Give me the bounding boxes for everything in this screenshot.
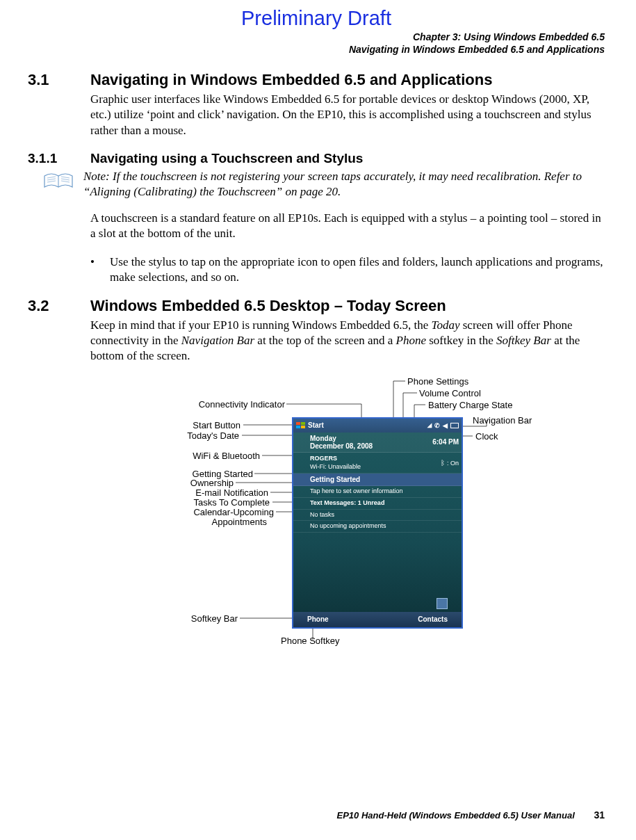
note-prefix: Note: <box>83 170 113 183</box>
device-clock: 6:04 PM <box>432 438 459 446</box>
device-day: Monday <box>310 435 336 442</box>
italic-softkey: Softkey Bar <box>496 334 551 347</box>
label-phone-softkey: Phone Softkey <box>281 636 340 646</box>
note-body: If the touchscreen is not registering yo… <box>83 170 582 198</box>
speaker-icon: ◀ <box>443 422 448 429</box>
section-title: Navigating using a Touchscreen and Stylu… <box>90 151 363 166</box>
preliminary-draft-header: Preliminary Draft <box>28 7 605 30</box>
device-date-row: Monday December 08, 2008 6:04 PM <box>293 433 462 453</box>
phone-icon: ✆ <box>434 422 440 429</box>
section-number: 3.2 <box>28 297 90 315</box>
device-softkey-bar: Phone Contacts <box>293 612 462 627</box>
page-number: 31 <box>594 809 605 821</box>
device-date: December 08, 2008 <box>310 442 373 450</box>
label-volume-control: Volume Control <box>419 388 481 398</box>
section-title: Navigating in Windows Embedded 6.5 and A… <box>90 71 492 89</box>
chapter-line-2: Navigating in Windows Embedded 6.5 and A… <box>349 44 605 55</box>
svg-rect-22 <box>301 422 305 425</box>
label-battery-state: Battery Charge State <box>428 400 512 410</box>
section-3-1-1-heading: 3.1.1 Navigating using a Touchscreen and… <box>28 151 605 166</box>
section-3-1-heading: 3.1 Navigating in Windows Embedded 6.5 a… <box>28 71 605 89</box>
softkey-phone: Phone <box>307 615 329 623</box>
signal-icon: ◢ <box>427 422 432 428</box>
label-calendar-1: Calendar-Upcoming <box>83 507 274 517</box>
section-number: 3.1 <box>28 71 90 89</box>
device-owner-info: Tap here to set owner information <box>293 486 462 498</box>
svg-rect-24 <box>301 426 305 428</box>
device-messages: Text Messages: 1 Unread <box>293 498 462 510</box>
label-navigation-bar: Navigation Bar <box>473 415 532 426</box>
italic-nav: Navigation Bar <box>181 334 254 347</box>
bullet-marker: • <box>90 255 110 286</box>
note-book-icon <box>43 170 74 200</box>
device-getting-started: Getting Started <box>293 474 462 486</box>
today-screen-figure: Connectivity Indicator Start Button Toda… <box>28 377 605 648</box>
label-start-button: Start Button <box>83 420 240 430</box>
device-rogers-row: ROGERSWi-Fi: Unavailable ᛒ : On <box>293 453 462 474</box>
body-d: softkey in the <box>426 334 496 347</box>
chapter-header: Chapter 3: Using Windows Embedded 6.5 Na… <box>28 31 605 56</box>
page-footer: EP10 Hand-Held (Windows Embedded 6.5) Us… <box>337 809 605 821</box>
floppy-icon <box>437 598 448 609</box>
svg-rect-21 <box>296 422 300 425</box>
device-start-text: Start <box>308 421 324 429</box>
body-a: Keep in mind that if your EP10 is runnin… <box>90 318 432 332</box>
label-email-notification: E-mail Notification <box>83 487 268 498</box>
label-connectivity: Connectivity Indicator <box>83 399 285 410</box>
svg-rect-23 <box>296 426 300 428</box>
device-screenshot: Start ◢ ✆ ◀ Monday December 08, 2008 6:0… <box>292 417 463 629</box>
label-todays-date: Today's Date <box>83 430 239 441</box>
section-3-1-body: Graphic user interfaces like Windows Emb… <box>90 92 605 138</box>
label-phone-settings: Phone Settings <box>407 376 468 387</box>
section-number: 3.1.1 <box>28 151 90 166</box>
chapter-line-1: Chapter 3: Using Windows Embedded 6.5 <box>413 31 605 42</box>
device-appointments: No upcoming appointments <box>293 521 462 533</box>
label-clock: Clock <box>475 431 498 442</box>
device-wifi-status: Wi-Fi: Unavailable <box>310 463 361 470</box>
note-block: Note: If the touchscreen is not register… <box>43 169 605 200</box>
device-carrier: ROGERS <box>310 455 337 462</box>
section-3-1-1-body: A touchscreen is a standard feature on a… <box>90 211 605 242</box>
section-3-2-heading: 3.2 Windows Embedded 6.5 Desktop – Today… <box>28 297 605 315</box>
body-c: at the top of the screen and a <box>254 334 396 347</box>
note-text: Note: If the touchscreen is not register… <box>83 169 605 200</box>
softkey-contacts: Contacts <box>418 615 448 623</box>
device-tasks: No tasks <box>293 510 462 522</box>
section-3-2-body: Keep in mind that if your EP10 is runnin… <box>90 318 605 364</box>
italic-phone: Phone <box>396 334 426 347</box>
label-softkey-bar: Softkey Bar <box>83 613 238 624</box>
section-title: Windows Embedded 6.5 Desktop – Today Scr… <box>90 297 446 315</box>
battery-icon <box>450 423 459 428</box>
label-wifi-bluetooth: WiFi & Bluetooth <box>83 451 260 461</box>
footer-manual-title: EP10 Hand-Held (Windows Embedded 6.5) Us… <box>337 810 575 821</box>
bullet-item: • Use the stylus to tap on the appropria… <box>90 255 605 286</box>
bullet-text: Use the stylus to tap on the appropriate… <box>110 255 605 286</box>
windows-flag-icon <box>296 422 306 429</box>
label-ownership: Ownership <box>83 478 234 488</box>
label-calendar-2: Appointments <box>83 517 267 527</box>
label-tasks: Tasks To Complete <box>83 497 270 508</box>
italic-today: Today <box>432 318 460 332</box>
device-bt-status: : On <box>445 460 459 467</box>
device-title-bar: Start ◢ ✆ ◀ <box>293 419 462 433</box>
